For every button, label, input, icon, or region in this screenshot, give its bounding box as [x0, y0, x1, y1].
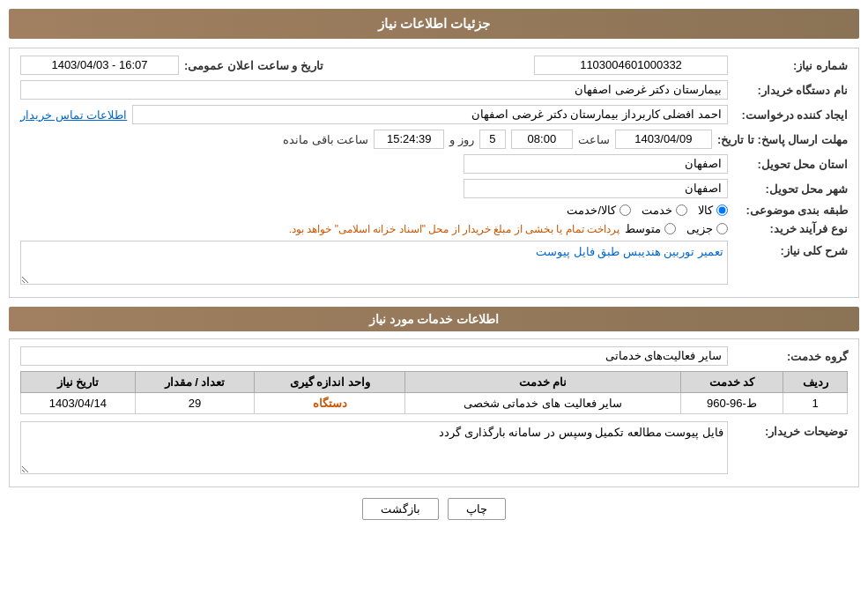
cell-row: 1 — [783, 393, 848, 414]
deadline-remaining: 15:24:39 — [374, 130, 444, 149]
process-option-jozyi: جزیی — [686, 222, 713, 235]
col-header-name: نام خدمت — [405, 372, 680, 393]
deadline-date: 1403/04/09 — [615, 130, 712, 149]
province-value: اصفهان — [464, 154, 728, 174]
need-number-label: شماره نیاز: — [733, 59, 848, 72]
creator-value: احمد افضلی کاربرداز بیمارستان دکتر غرضی … — [132, 105, 728, 124]
deadline-days: 5 — [479, 130, 506, 149]
description-textarea[interactable] — [20, 241, 728, 285]
cell-name: سایر فعالیت های خدماتی شخصی — [405, 393, 680, 414]
process-note: پرداخت تمام یا بخشی از مبلغ خریدار از مح… — [289, 223, 619, 235]
category-option-kala: کالا — [698, 204, 713, 217]
service-group-value: سایر فعالیت‌های خدماتی — [20, 346, 728, 366]
need-number-value: 1103004601000332 — [534, 56, 728, 75]
category-radio-khedmat[interactable]: خدمت — [642, 204, 687, 217]
buyer-notes-textarea[interactable] — [20, 421, 728, 474]
city-value: اصفهان — [464, 179, 728, 198]
description-label: شرح کلی نیاز: — [733, 241, 848, 257]
province-label: استان محل تحویل: — [733, 158, 848, 171]
cell-unit: دستگاه — [255, 393, 405, 414]
announcement-value: 1403/04/03 - 16:07 — [20, 56, 179, 75]
category-radio-kala[interactable]: کالا — [698, 204, 728, 217]
col-header-count: تعداد / مقدار — [135, 372, 255, 393]
category-option-kala-khedmat: کالا/خدمت — [567, 204, 616, 217]
service-group-label: گروه خدمت: — [733, 350, 848, 363]
col-header-date: تاریخ نیاز — [21, 372, 136, 393]
cell-code: ط-96-960 — [680, 393, 783, 414]
services-section-title: اطلاعات خدمات مورد نیاز — [9, 307, 859, 331]
process-radio-jozyi[interactable]: جزیی — [686, 222, 728, 235]
city-label: شهر محل تحویل: — [733, 182, 848, 196]
buyer-notes-label: توضیحات خریدار: — [733, 421, 848, 438]
cell-date: 1403/04/14 — [21, 393, 136, 414]
deadline-label: مهلت ارسال پاسخ: تا تاریخ: — [717, 133, 848, 146]
col-header-row: ردیف — [783, 372, 848, 393]
table-row: 1 ط-96-960 سایر فعالیت های خدماتی شخصی د… — [21, 393, 848, 414]
requester-label: نام دستگاه خریدار: — [733, 84, 848, 97]
col-header-unit: واحد اندازه گیری — [255, 372, 405, 393]
process-label: نوع فرآیند خرید: — [733, 222, 848, 235]
contact-link[interactable]: اطلاعات تماس خریدار — [20, 108, 127, 122]
deadline-remaining-label: ساعت باقی مانده — [283, 133, 368, 146]
deadline-time-label: ساعت — [578, 133, 610, 146]
deadline-days-label: روز و — [449, 133, 474, 146]
col-header-code: کد خدمت — [680, 372, 783, 393]
deadline-time: 08:00 — [511, 130, 573, 149]
category-option-khedmat: خدمت — [642, 204, 672, 217]
back-button[interactable]: بازگشت — [362, 498, 439, 520]
category-label: طبقه بندی موضوعی: — [733, 204, 848, 217]
process-option-motovaset: متوسط — [625, 222, 661, 235]
process-radio-motovaset[interactable]: متوسط — [625, 222, 676, 235]
category-radio-kala-khedmat[interactable]: کالا/خدمت — [567, 204, 631, 217]
requester-value: بیمارستان دکتر غرضی اصفهان — [20, 80, 728, 100]
page-title: جزئیات اطلاعات نیاز — [9, 9, 859, 39]
services-table: ردیف کد خدمت نام خدمت واحد اندازه گیری ت… — [20, 371, 848, 414]
cell-count: 29 — [135, 393, 255, 414]
print-button[interactable]: چاپ — [448, 498, 506, 520]
creator-label: ایجاد کننده درخواست: — [733, 108, 848, 122]
announcement-label: تاریخ و ساعت اعلان عمومی: — [184, 59, 323, 72]
